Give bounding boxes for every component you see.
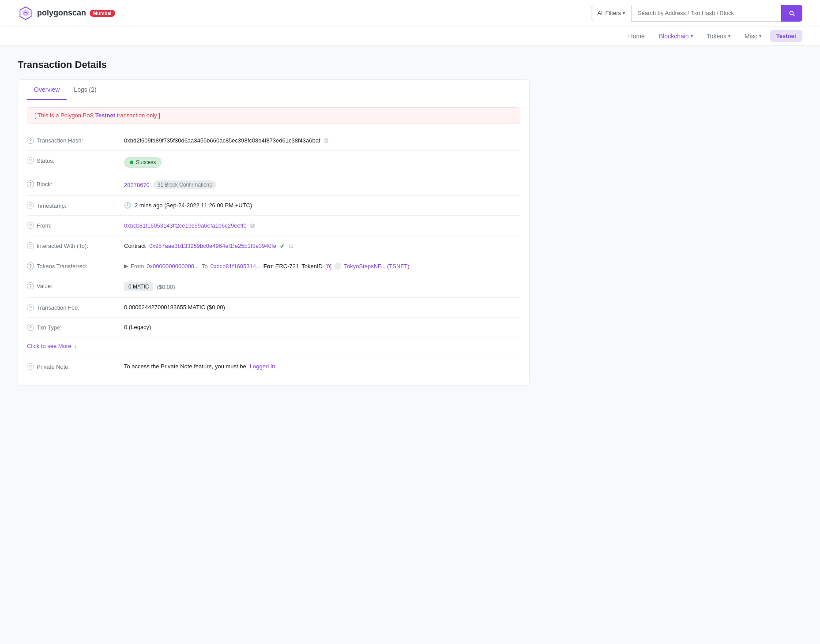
nav-blockchain[interactable]: Blockchain ▾ xyxy=(654,28,698,44)
search-input[interactable] xyxy=(631,5,781,22)
transaction-card: Overview Logs (2) [ This is a Polygon Po… xyxy=(18,79,530,386)
search-area: All Filters ▾ xyxy=(591,5,802,22)
label-timestamp: ? Timestamp: xyxy=(27,202,115,209)
value-txn-hash: 0xbd2f609fa89f735f30d6aa3455b660ac85ec39… xyxy=(124,137,328,144)
page-title: Transaction Details xyxy=(18,59,530,71)
question-icon-status: ? xyxy=(27,157,34,164)
main-content: Transaction Details Overview Logs (2) [ … xyxy=(0,46,547,399)
value-block: 28278670 31 Block Confirmations xyxy=(124,180,216,189)
chevron-blockchain-icon: ▾ xyxy=(691,34,693,38)
value-interacted-with: Contract 0x957aae3b133259bc0e4964ef1fe25… xyxy=(124,242,293,250)
row-timestamp: ? Timestamp: 🕐 2 mins ago (Sep-24-2022 1… xyxy=(27,196,520,216)
chevron-tokens-icon: ▾ xyxy=(728,34,730,38)
row-block: ? Block: 28278670 31 Block Confirmations xyxy=(27,174,520,196)
value-from: 0xbcb81f16053143ff2ce19c59a6efa1b6c29eef… xyxy=(124,222,255,229)
row-status: ? Status: Success xyxy=(27,151,520,174)
token-to-address-link[interactable]: 0xbcb81f1605314... xyxy=(211,263,261,270)
row-private-note: ? Private Note: To access the Private No… xyxy=(27,357,520,376)
question-icon-private-note: ? xyxy=(27,363,34,370)
status-badge: Success xyxy=(124,157,162,168)
navbar: Home Blockchain ▾ Tokens ▾ Misc ▾ Testne… xyxy=(0,26,820,46)
tab-logs[interactable]: Logs (2) xyxy=(67,80,103,100)
question-icon-txn-hash: ? xyxy=(27,137,34,144)
header: polygonscan Mumbai All Filters ▾ xyxy=(0,0,820,26)
row-interacted-with: ? Interacted With (To): Contract 0x957aa… xyxy=(27,236,520,256)
nav-home[interactable]: Home xyxy=(623,28,650,44)
private-note-prefix: To access the Private Note feature, you … xyxy=(124,363,246,370)
label-txn-hash: ? Transaction Hash: xyxy=(27,137,115,144)
token-to-label: To xyxy=(202,263,208,270)
label-interacted-with: ? Interacted With (To): xyxy=(27,242,115,249)
question-icon-value: ? xyxy=(27,282,34,289)
value-status: Success xyxy=(124,157,162,168)
contract-address-link[interactable]: 0x957aae3b133259bc0e4964ef1fe25b1f8e3940… xyxy=(149,243,276,249)
copy-contract-address-button[interactable]: ⧉ xyxy=(289,242,293,250)
expand-more-button[interactable]: Click to see More ↓ xyxy=(27,337,520,355)
block-number-link[interactable]: 28278670 xyxy=(124,182,150,188)
label-txn-type: ? Txn Type: xyxy=(27,324,115,331)
row-value: ? Value: 0 MATIC ($0.00) xyxy=(27,276,520,298)
search-button[interactable] xyxy=(781,5,802,22)
value-private-note: To access the Private Note feature, you … xyxy=(124,363,275,370)
clock-icon: 🕐 xyxy=(124,202,131,209)
value-tokens-transferred: ▶ From 0x0000000000000... To 0xbcb81f160… xyxy=(124,262,410,270)
testnet-button[interactable]: Testnet xyxy=(770,30,802,42)
alert-prefix: [ This is a Polygon PoS xyxy=(34,112,95,119)
token-from-address-link[interactable]: 0x0000000000000... xyxy=(147,263,199,270)
label-private-note: ? Private Note: xyxy=(27,363,115,370)
token-logo-icon xyxy=(334,262,341,270)
tab-overview[interactable]: Overview xyxy=(27,80,67,100)
row-txn-type: ? Txn Type: 0 (Legacy) xyxy=(27,318,520,337)
value-timestamp: 🕐 2 mins ago (Sep-24-2022 11:26:00 PM +U… xyxy=(124,202,252,209)
value-txn-fee: 0.000624427000183655 MATIC ($0.00) xyxy=(124,304,225,311)
copy-txn-hash-button[interactable]: ⧉ xyxy=(324,137,328,144)
value-txn-type: 0 (Legacy) xyxy=(124,324,151,330)
block-confirmations-badge: 31 Block Confirmations xyxy=(153,180,216,189)
question-icon-from: ? xyxy=(27,222,34,229)
expand-arrow-icon: ↓ xyxy=(74,343,77,349)
question-icon-txn-fee: ? xyxy=(27,304,34,311)
question-icon-block: ? xyxy=(27,180,34,187)
label-block: ? Block: xyxy=(27,180,115,187)
logged-in-link[interactable]: Logged In xyxy=(250,363,275,370)
token-name-link[interactable]: TokyoStepsNF... (TSNFT) xyxy=(344,263,409,270)
token-standard-text: ERC-721 xyxy=(275,263,299,270)
nav-misc[interactable]: Misc ▾ xyxy=(739,28,767,44)
token-transfer-details: ▶ From 0x0000000000000... To 0xbcb81f160… xyxy=(124,262,410,270)
mumbai-badge: Mumbai xyxy=(90,10,115,17)
token-for-label: For xyxy=(263,263,273,270)
tabs: Overview Logs (2) xyxy=(18,80,529,100)
label-status: ? Status: xyxy=(27,157,115,164)
divider xyxy=(27,355,520,355)
details-table: ? Transaction Hash: 0xbd2f609fa89f735f30… xyxy=(18,131,529,385)
logo-text: polygonscan xyxy=(37,8,86,18)
logo-area: polygonscan Mumbai xyxy=(18,5,115,21)
nav-tokens[interactable]: Tokens ▾ xyxy=(702,28,736,44)
from-address-link[interactable]: 0xbcb81f16053143ff2ce19c59a6efa1b6c29eef… xyxy=(124,222,247,229)
matic-badge: 0 MATIC xyxy=(124,282,153,291)
status-dot-icon xyxy=(130,161,133,164)
label-txn-fee: ? Transaction Fee: xyxy=(27,304,115,311)
question-icon-txn-type: ? xyxy=(27,324,34,331)
token-id-label: TokenID xyxy=(301,263,323,270)
question-icon-tokens: ? xyxy=(27,262,34,270)
alert-highlight: Testnet xyxy=(95,112,115,119)
copy-from-address-button[interactable]: ⧉ xyxy=(250,222,255,229)
usd-value-text: ($0.00) xyxy=(157,284,175,290)
token-from-label: From xyxy=(131,263,144,270)
logo-icon xyxy=(18,5,34,21)
value-value: 0 MATIC ($0.00) xyxy=(124,282,175,291)
token-id-link[interactable]: [0] xyxy=(325,263,331,270)
chevron-misc-icon: ▾ xyxy=(759,34,761,38)
label-from: ? From: xyxy=(27,222,115,229)
token-arrow-icon: ▶ xyxy=(124,263,128,269)
label-tokens-transferred: ? Tokens Transferred: xyxy=(27,262,115,270)
filter-button[interactable]: All Filters ▾ xyxy=(591,6,631,20)
label-value: ? Value: xyxy=(27,282,115,289)
alert-suffix: transaction only ] xyxy=(115,112,160,119)
search-icon xyxy=(788,10,795,17)
row-from: ? From: 0xbcb81f16053143ff2ce19c59a6efa1… xyxy=(27,216,520,236)
question-icon-timestamp: ? xyxy=(27,202,34,209)
testnet-alert: [ This is a Polygon PoS Testnet transact… xyxy=(27,107,520,124)
question-icon-interacted-with: ? xyxy=(27,242,34,249)
